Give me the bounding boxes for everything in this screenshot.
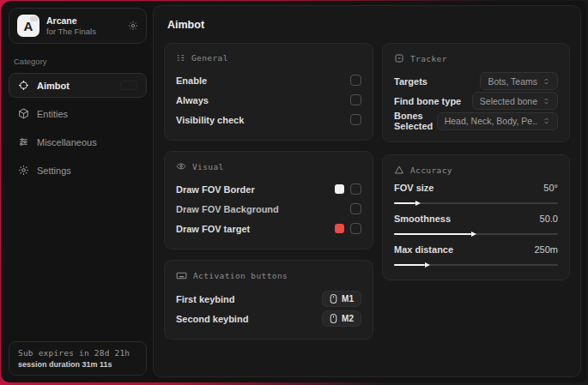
- app-subtitle: for The Finals: [46, 27, 121, 36]
- gear-icon[interactable]: [128, 21, 138, 31]
- setting-row-enable: Enable: [176, 70, 361, 90]
- sidebar-item-label: Miscellaneous: [37, 137, 97, 147]
- card-title: Activation buttons: [193, 271, 288, 280]
- sidebar-item-miscellaneous[interactable]: Miscellaneous: [9, 129, 147, 154]
- eye-icon: [176, 161, 186, 171]
- chevrons-up-down-icon: [543, 77, 550, 86]
- setting-group-max-distance: Max distance 250m: [394, 244, 558, 268]
- find-bone-type-dropdown[interactable]: Selected bone: [472, 92, 558, 110]
- fov-target-color-swatch[interactable]: [335, 224, 344, 233]
- setting-row-draw-fov-border: Draw FOV Border: [176, 179, 361, 199]
- setting-row-bones-selected: Bones Selected Head, Neck, Body, Pe..: [394, 111, 558, 131]
- subscription-expiry: Sub expires in 28d 21h: [18, 348, 137, 358]
- session-duration: session duration 31m 11s: [18, 360, 137, 369]
- app-name: Arcane: [46, 15, 121, 27]
- app-logo: A: [17, 15, 39, 37]
- app-window: A Arcane for The Finals Category Aimbot: [1, 1, 587, 382]
- fov-size-slider[interactable]: [394, 200, 558, 206]
- visual-card: Visual Draw FOV Border Draw FOV Backgrou…: [164, 151, 373, 250]
- sidebar-nav: Aimbot Entities Miscellaneous Settings: [9, 73, 147, 183]
- grid-icon: [176, 53, 185, 63]
- crosshair-icon: [18, 80, 29, 91]
- gear-icon: [18, 165, 29, 176]
- page-title: Aimbot: [167, 19, 570, 31]
- max-distance-value: 250m: [534, 244, 558, 255]
- setting-row-first-keybind: First keybind M1: [176, 289, 361, 309]
- draw-fov-background-checkbox[interactable]: [350, 203, 361, 214]
- first-keybind-button[interactable]: M1: [322, 291, 361, 307]
- general-card: General Enable Always Visibility check: [164, 43, 373, 141]
- setting-row-always: Always: [176, 90, 361, 110]
- setting-row-draw-fov-background: Draw FOV Background: [176, 199, 361, 219]
- mouse-icon: [330, 294, 337, 304]
- smoothness-slider[interactable]: [394, 231, 558, 237]
- smoothness-value: 50.0: [540, 214, 558, 224]
- card-title: Tracker: [410, 54, 447, 63]
- visibility-check-checkbox[interactable]: [350, 114, 361, 125]
- draw-fov-target-checkbox[interactable]: [350, 223, 361, 234]
- setting-row-draw-fov-target: Draw FOV target: [176, 219, 361, 238]
- sliders-icon: [18, 136, 29, 147]
- setting-row-targets: Targets Bots, Teams: [394, 71, 558, 91]
- fov-size-value: 50°: [543, 183, 558, 193]
- card-title: General: [191, 53, 228, 63]
- scan-icon: [394, 53, 404, 63]
- always-checkbox[interactable]: [350, 94, 361, 105]
- category-label: Category: [14, 57, 143, 66]
- sidebar-item-label: Entities: [37, 109, 68, 119]
- draw-fov-border-checkbox[interactable]: [350, 183, 361, 195]
- box-icon: [18, 108, 29, 119]
- setting-group-smoothness: Smoothness 50.0: [394, 214, 558, 237]
- setting-row-second-keybind: Second keybind M2: [176, 309, 361, 328]
- mouse-icon: [330, 314, 337, 323]
- sidebar-item-settings[interactable]: Settings: [9, 158, 147, 183]
- max-distance-slider[interactable]: [394, 262, 558, 268]
- enable-checkbox[interactable]: [350, 75, 361, 86]
- bones-selected-dropdown[interactable]: Head, Neck, Body, Pe..: [437, 112, 558, 130]
- activation-buttons-card: Activation buttons First keybind M1 Seco…: [164, 260, 373, 340]
- profile-card[interactable]: A Arcane for The Finals: [9, 8, 147, 44]
- keyboard-icon: [176, 270, 187, 281]
- sidebar: A Arcane for The Finals Category Aimbot: [1, 1, 152, 382]
- main-panel: Aimbot General Enable Alw: [153, 5, 581, 377]
- chevrons-up-down-icon: [543, 117, 550, 125]
- tracker-card: Tracker Targets Bots, Teams Find bone ty…: [382, 43, 570, 142]
- keybind-hint-badge: [120, 81, 137, 90]
- second-keybind-button[interactable]: M2: [322, 310, 361, 327]
- sidebar-item-label: Aimbot: [37, 81, 70, 91]
- sidebar-item-aimbot[interactable]: Aimbot: [9, 73, 147, 98]
- sidebar-item-label: Settings: [37, 165, 71, 176]
- sidebar-item-entities[interactable]: Entities: [9, 101, 147, 126]
- setting-row-visibility-check: Visibility check: [176, 110, 361, 129]
- chevrons-up-down-icon: [543, 97, 550, 105]
- setting-row-find-bone-type: Find bone type Selected bone: [394, 91, 558, 111]
- card-title: Accuracy: [410, 165, 452, 175]
- subscription-card: Sub expires in 28d 21h session duration …: [9, 341, 147, 376]
- setting-group-fov-size: FOV size 50°: [394, 183, 558, 206]
- accuracy-card: Accuracy FOV size 50°: [382, 154, 570, 280]
- card-title: Visual: [192, 162, 224, 171]
- triangle-icon: [394, 165, 404, 175]
- fov-border-color-swatch[interactable]: [335, 184, 344, 194]
- targets-dropdown[interactable]: Bots, Teams: [480, 72, 558, 90]
